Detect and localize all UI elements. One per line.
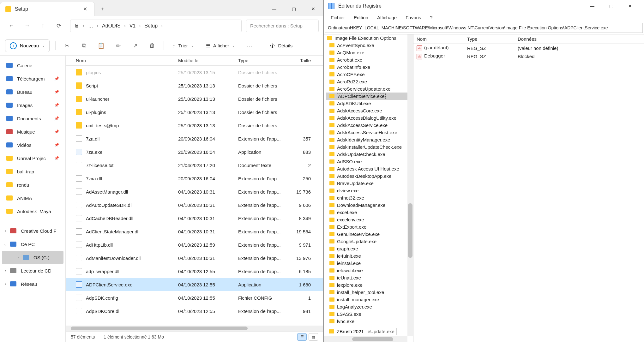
- file-row[interactable]: AdCacheDBReader.dll04/10/2023 10:31Exten…: [66, 212, 323, 225]
- tree-item[interactable]: lvnc.exe: [326, 318, 413, 325]
- back-button[interactable]: ←: [4, 19, 18, 33]
- file-list[interactable]: plugins25/10/2023 13:15Dossier de fichie…: [66, 66, 323, 326]
- file-row[interactable]: adp_wrapper.dll04/10/2023 12:55Extension…: [66, 265, 323, 278]
- menu-item[interactable]: Favoris: [402, 14, 425, 21]
- menu-item[interactable]: Edition: [350, 14, 372, 21]
- close-button[interactable]: ✕: [304, 2, 323, 16]
- sidebar-item[interactable]: Vidéos📌: [0, 138, 65, 152]
- tree-item[interactable]: LogAnalyzer.exe: [326, 303, 413, 310]
- sort-button[interactable]: ↕ Trier ⌄: [170, 39, 197, 52]
- up-button[interactable]: ↑: [36, 19, 50, 33]
- tree-item[interactable]: AcroServicesUpdater.exe: [326, 85, 413, 93]
- file-row[interactable]: Script25/10/2023 13:13Dossier de fichier…: [66, 79, 323, 92]
- breadcrumb-v1[interactable]: V1: [128, 22, 138, 30]
- sidebar-item[interactable]: Musique📌: [0, 125, 65, 138]
- sidebar-tree-item[interactable]: ›Lecteur de CD: [0, 264, 65, 277]
- tree-item[interactable]: AdskAccessDialogUtility.exe: [326, 114, 413, 122]
- tree-item[interactable]: GenuineService.exe: [326, 231, 413, 238]
- file-row[interactable]: unit_tests@tmp25/10/2023 13:13Dossier de…: [66, 119, 323, 132]
- file-row[interactable]: AdAssetManager.dll04/10/2023 10:31Extens…: [66, 185, 323, 198]
- tree-item[interactable]: excelcnv.exe: [326, 216, 413, 223]
- view-list-button[interactable]: ☰: [297, 333, 307, 341]
- tree-item[interactable]: AdSSO.exe: [326, 158, 413, 165]
- tree-item[interactable]: clview.exe: [326, 187, 413, 194]
- sidebar-item[interactable]: Documents📌: [0, 112, 65, 125]
- tree-item[interactable]: AdpSDKUtil.exe: [326, 100, 413, 107]
- file-row[interactable]: AdpSDKCore.dll04/10/2023 12:55Extension …: [66, 304, 323, 318]
- tree-item[interactable]: Acrobat.exe: [326, 56, 413, 63]
- minimize-button[interactable]: —: [264, 2, 284, 16]
- share-icon[interactable]: ↗: [129, 40, 141, 51]
- refresh-button[interactable]: ⟳: [52, 19, 66, 33]
- col-size[interactable]: Taille: [289, 58, 311, 63]
- sidebar-item[interactable]: Autodesk_Maya: [0, 205, 65, 218]
- tree-item[interactable]: AutodeskDesktopApp.exe: [326, 172, 413, 180]
- address-bar[interactable]: Ordinateur\HKEY_LOCAL_MACHINE\SOFTWARE\M…: [325, 23, 643, 33]
- sidebar-tree-item[interactable]: ›Réseau: [0, 277, 65, 291]
- copy-icon[interactable]: ⧉: [78, 40, 90, 51]
- tree-item[interactable]: AdskAccessServiceHost.exe: [326, 129, 413, 136]
- col-data[interactable]: Données: [515, 36, 644, 42]
- tree-item[interactable]: AdskIdentityManager.exe: [326, 136, 413, 143]
- forward-button[interactable]: →: [20, 19, 34, 33]
- tree-item[interactable]: install_helper_tool.exe: [326, 289, 413, 296]
- menu-item[interactable]: Affichage: [373, 14, 400, 21]
- breadcrumb-adodis[interactable]: AdODIS: [100, 22, 123, 30]
- value-row[interactable]: ab(par défaut)REG_SZ(valeur non définie): [413, 44, 644, 52]
- tree-item[interactable]: AcroCEF.exe: [326, 71, 413, 78]
- tree-item[interactable]: iexplore.exe: [326, 281, 413, 289]
- tree-item[interactable]: cnfnot32.exe: [326, 194, 413, 201]
- tree-item[interactable]: BraveUpdate.exe: [326, 180, 413, 187]
- file-row[interactable]: AdpSDK.config04/10/2023 12:55Fichier CON…: [66, 291, 323, 304]
- tree-item[interactable]: ielowutil.exe: [326, 267, 413, 274]
- breadcrumb-dots[interactable]: …: [86, 22, 95, 30]
- rename-icon[interactable]: ✏: [112, 40, 124, 51]
- scrollbar-thumb[interactable]: [352, 337, 393, 341]
- view-grid-button[interactable]: ▦: [309, 333, 318, 341]
- sidebar-item[interactable]: Images📌: [0, 99, 65, 112]
- file-row[interactable]: 7zxa.dll20/09/2023 16:04Extension de l'a…: [66, 172, 323, 185]
- tree-item[interactable]: AcEventSync.exe: [326, 42, 413, 49]
- tree-root[interactable]: Image File Execution Options: [326, 34, 413, 42]
- close-button[interactable]: ✕: [621, 0, 640, 12]
- tree-item[interactable]: ExtExport.exe: [326, 223, 413, 231]
- menu-item[interactable]: ?: [426, 14, 436, 21]
- minimize-button[interactable]: —: [583, 0, 602, 12]
- maximize-button[interactable]: ▢: [284, 2, 304, 16]
- tree-item[interactable]: AcroRd32.exe: [326, 78, 413, 85]
- details-button[interactable]: 🛈 Détails: [267, 39, 296, 52]
- tree-item[interactable]: graph.exe: [326, 245, 413, 252]
- file-row[interactable]: 7z-license.txt21/04/2023 17:20Document t…: [66, 159, 323, 172]
- new-button[interactable]: + Nouveau ⌄: [5, 39, 50, 52]
- file-row[interactable]: 7za.exe20/09/2023 16:04Application883: [66, 145, 323, 159]
- tab-setup[interactable]: Setup ✕: [0, 2, 95, 16]
- file-row[interactable]: AdAutoUpdateSDK.dll04/10/2023 10:31Exten…: [66, 198, 323, 212]
- tree-item[interactable]: excel.exe: [326, 209, 413, 216]
- tree-item[interactable]: LSASS.exe: [326, 310, 413, 318]
- close-icon[interactable]: ✕: [81, 5, 89, 14]
- paste-icon[interactable]: 📋: [95, 40, 107, 51]
- tree-item[interactable]: ie4uinit.exe: [326, 252, 413, 260]
- tree-item[interactable]: GoogleUpdate.exe: [326, 238, 413, 245]
- col-type[interactable]: Type: [238, 58, 289, 63]
- tree-item[interactable]: AdskUpdateCheck.exe: [326, 151, 413, 158]
- scrollbar-horizontal[interactable]: [324, 336, 407, 342]
- col-modified[interactable]: Modifié le: [178, 58, 238, 63]
- address-bar[interactable]: 🖥 › … › AdODIS › V1 › Setup ›: [70, 20, 242, 32]
- tree-item[interactable]: AdskAccessService.exe: [326, 122, 413, 129]
- file-row[interactable]: AdClientStateManager.dll04/10/2023 10:31…: [66, 225, 323, 238]
- col-type[interactable]: Type: [464, 36, 515, 42]
- more-icon[interactable]: ⋯: [244, 40, 255, 51]
- pc-icon[interactable]: 🖥: [72, 22, 81, 30]
- tree-item[interactable]: DownloadManager.exe: [326, 201, 413, 209]
- file-row[interactable]: plugins25/10/2023 13:15Dossier de fichie…: [66, 66, 323, 79]
- cut-icon[interactable]: ✂: [61, 40, 73, 51]
- tree-item[interactable]: install_manager.exe: [326, 296, 413, 303]
- delete-icon[interactable]: 🗑: [147, 40, 158, 51]
- sidebar-item[interactable]: Bureau📌: [0, 85, 65, 99]
- view-button[interactable]: ☰ Afficher ⌄: [203, 39, 238, 52]
- search-input[interactable]: Rechercher dans : Setup: [246, 20, 319, 32]
- tree-item[interactable]: AcrobatInfo.exe: [326, 63, 413, 71]
- file-row[interactable]: 7za.dll20/09/2023 16:04Extension de l'ap…: [66, 132, 323, 145]
- tree-item[interactable]: AdskAccessCore.exe: [326, 107, 413, 114]
